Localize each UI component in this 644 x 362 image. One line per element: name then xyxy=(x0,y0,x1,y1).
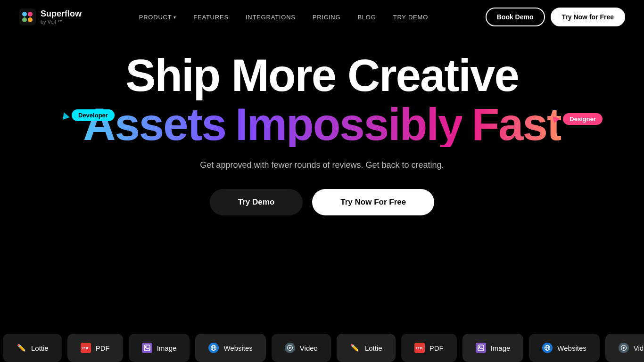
nav-item-try-demo[interactable]: TRY DEMO xyxy=(393,13,428,21)
developer-label: Developer xyxy=(72,109,115,121)
ticker-item: Websites xyxy=(195,334,265,362)
nav-link-integrations[interactable]: INTEGRATIONS xyxy=(246,14,296,21)
hero-title-line1: Ship More Creative xyxy=(83,53,561,98)
svg-point-4 xyxy=(28,17,33,22)
video-icon xyxy=(285,343,295,353)
cursor-arrow-pink-icon xyxy=(553,115,561,123)
ticker-label: Video xyxy=(634,344,644,352)
superflow-logo-icon xyxy=(19,8,36,25)
hero-section: Developer Designer Ship More Creative As… xyxy=(0,34,644,215)
nav-item-integrations[interactable]: INTEGRATIONS xyxy=(246,13,296,21)
ticker-label: PDF xyxy=(96,344,110,352)
ticker-item: ✏️ Lottie xyxy=(337,334,396,362)
designer-label: Designer xyxy=(563,113,603,125)
nav-link-try-demo[interactable]: TRY DEMO xyxy=(393,14,428,21)
try-demo-button[interactable]: Try Demo xyxy=(210,189,303,215)
svg-point-3 xyxy=(22,17,27,22)
navbar: Superflow by Velt ™ PRODUCT ▾ FEATURES I… xyxy=(0,0,644,34)
ticker-item: Websites xyxy=(529,334,599,362)
try-now-free-button[interactable]: Try Now For Free xyxy=(312,189,434,215)
hero-title-line2: Assets Impossibly Fast xyxy=(83,102,561,147)
logo[interactable]: Superflow by Velt ™ xyxy=(19,8,82,25)
book-demo-button[interactable]: Book Demo xyxy=(486,8,545,26)
ticker-item: Image xyxy=(462,334,524,362)
ticker-item: Image xyxy=(129,334,190,362)
image-icon xyxy=(476,343,486,353)
try-now-button[interactable]: Try Now for Free xyxy=(551,8,625,26)
ticker-label: Image xyxy=(157,344,177,352)
web-icon xyxy=(542,343,553,353)
hero-subtitle: Get approved with fewer rounds of review… xyxy=(200,160,444,170)
svg-marker-18 xyxy=(623,347,625,349)
developer-cursor: Developer xyxy=(61,109,115,121)
ticker-label: Video xyxy=(300,344,318,352)
nav-item-product[interactable]: PRODUCT ▾ xyxy=(139,14,177,21)
nav-link-pricing[interactable]: PRICING xyxy=(313,14,341,21)
ticker-item: PDF PDF xyxy=(401,334,457,362)
lottie-icon: ✏️ xyxy=(350,343,360,353)
hero-impossibly-word: Impossibly xyxy=(235,102,462,147)
nav-item-blog[interactable]: BLOG xyxy=(357,13,376,21)
ticker-label: Websites xyxy=(557,344,586,352)
lottie-icon: ✏️ xyxy=(16,343,26,353)
hero-buttons: Try Demo Try Now For Free xyxy=(210,189,434,215)
chevron-down-icon: ▾ xyxy=(173,15,176,20)
ticker-label: Websites xyxy=(223,344,252,352)
ticker-label: Lottie xyxy=(365,344,382,352)
cursor-arrow-blue-icon xyxy=(60,111,70,120)
video-icon xyxy=(619,343,629,353)
hero-fast-word: Fast xyxy=(471,102,561,147)
logo-text: Superflow by Velt ™ xyxy=(41,9,82,25)
ticker-label: PDF xyxy=(429,344,444,352)
web-icon xyxy=(208,343,219,353)
nav-link-features[interactable]: FEATURES xyxy=(193,14,229,21)
ticker-item: Video xyxy=(605,334,644,362)
pdf-icon: PDF xyxy=(414,343,425,353)
ticker-item: ✏️ Lottie xyxy=(3,334,62,362)
svg-marker-11 xyxy=(289,347,291,349)
hero-title: Ship More Creative Assets Impossibly Fas… xyxy=(83,53,561,147)
nav-link-product[interactable]: PRODUCT ▾ xyxy=(139,14,177,21)
ticker-item: PDF PDF xyxy=(67,334,123,362)
logo-sub: by Velt ™ xyxy=(41,19,82,25)
designer-cursor: Designer xyxy=(553,113,603,125)
svg-point-1 xyxy=(22,12,27,16)
ticker-label: Lottie xyxy=(31,344,49,352)
nav-item-pricing[interactable]: PRICING xyxy=(313,13,341,21)
svg-rect-0 xyxy=(19,8,36,25)
hero-assets-word: Assets xyxy=(83,102,226,147)
ticker-bar: ✏️ Lottie PDF PDF Image Websites Video ✏… xyxy=(0,334,644,362)
pdf-icon: PDF xyxy=(81,343,91,353)
nav-link-blog[interactable]: BLOG xyxy=(357,14,376,21)
logo-name: Superflow xyxy=(41,9,82,19)
nav-links: PRODUCT ▾ FEATURES INTEGRATIONS PRICING … xyxy=(139,13,428,21)
ticker-item: Video xyxy=(272,334,331,362)
image-icon xyxy=(142,343,152,353)
ticker-label: Image xyxy=(491,344,511,352)
nav-actions: Book Demo Try Now for Free xyxy=(486,8,625,26)
nav-item-features[interactable]: FEATURES xyxy=(193,13,229,21)
svg-point-2 xyxy=(28,12,33,16)
